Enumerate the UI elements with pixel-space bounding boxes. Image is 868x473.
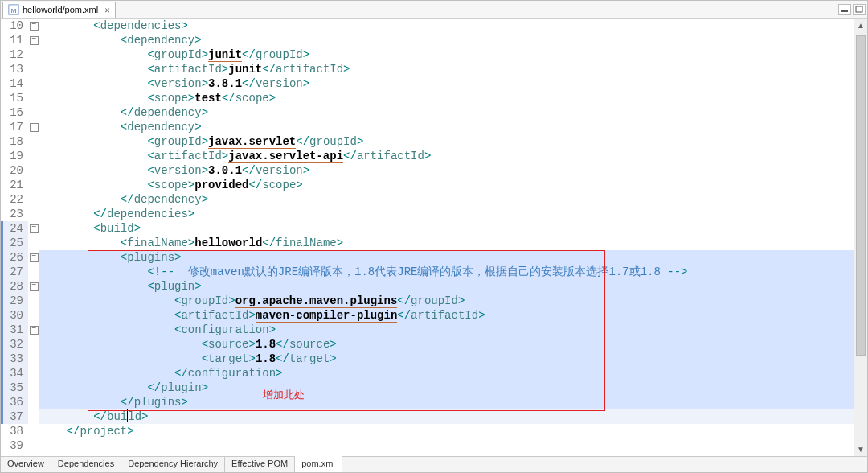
code-line[interactable]: <configuration>: [39, 323, 854, 337]
editor-area: 1011121314151617181920212223242526272829…: [1, 19, 867, 456]
fold-toggle: [28, 149, 39, 163]
svg-rect-3: [856, 6, 862, 12]
code-line[interactable]: <groupId>junit</groupId>: [39, 47, 854, 62]
code-line[interactable]: <scope>provided</scope>: [39, 178, 854, 192]
bottom-tab-effective-pom[interactable]: Effective POM: [225, 457, 295, 472]
fold-toggle[interactable]: [28, 221, 39, 236]
fold-toggle[interactable]: [28, 279, 39, 294]
line-number: 23: [1, 207, 28, 221]
line-number: 29: [1, 294, 28, 308]
fold-toggle: [28, 265, 39, 279]
code-line[interactable]: <scope>test</scope>: [39, 91, 854, 105]
code-line[interactable]: <source>1.8</source>: [39, 337, 854, 352]
fold-toggle: [28, 192, 39, 207]
fold-toggle[interactable]: [28, 323, 39, 337]
line-number: 18: [1, 134, 28, 149]
code-line[interactable]: <finalName>helloworld</finalName>: [39, 236, 854, 250]
code-line[interactable]: <artifactId>maven-compiler-plugin</artif…: [39, 308, 854, 323]
code-line[interactable]: </configuration>: [39, 366, 854, 380]
code-line[interactable]: <version>3.8.1</version>: [39, 76, 854, 91]
fold-toggle: [28, 294, 39, 308]
line-number: 25: [1, 236, 28, 250]
code-line[interactable]: <!-- 修改maven默认的JRE编译版本，1.8代表JRE编译的版本，根据自…: [39, 265, 854, 279]
line-number: 38: [1, 424, 28, 438]
line-number: 32: [1, 337, 28, 352]
fold-toggle[interactable]: [28, 120, 39, 134]
code-line[interactable]: </dependency>: [39, 105, 854, 120]
code-line[interactable]: </plugins>: [39, 395, 854, 409]
bottom-tab-bar: OverviewDependenciesDependency Hierarchy…: [1, 456, 867, 472]
fold-toggle: [28, 105, 39, 120]
bottom-tab-overview[interactable]: Overview: [1, 457, 51, 472]
code-line[interactable]: <dependencies>: [39, 19, 854, 33]
fold-toggle: [28, 62, 39, 76]
line-number: 36: [1, 395, 28, 409]
scroll-up-arrow[interactable]: ▲: [854, 19, 867, 32]
maximize-view-button[interactable]: [853, 4, 866, 15]
code-line[interactable]: <dependency>: [39, 120, 854, 134]
line-number: 12: [1, 47, 28, 62]
line-number: 10: [1, 19, 28, 33]
scroll-track[interactable]: [854, 32, 867, 442]
fold-toggle: [28, 352, 39, 366]
bottom-tab-pom.xml[interactable]: pom.xml: [295, 456, 342, 472]
line-number: 39: [1, 438, 28, 453]
minimize-view-button[interactable]: [838, 4, 851, 15]
close-tab-icon[interactable]: ✕: [104, 5, 110, 15]
line-number: 11: [1, 33, 28, 47]
fold-toggle[interactable]: [28, 19, 39, 33]
scroll-down-arrow[interactable]: ▼: [854, 442, 867, 456]
line-number: 27: [1, 265, 28, 279]
fold-toggle: [28, 236, 39, 250]
bottom-tab-dependency-hierarchy[interactable]: Dependency Hierarchy: [121, 457, 225, 472]
line-number: 37: [1, 409, 28, 424]
code-line[interactable]: <target>1.8</target>: [39, 352, 854, 366]
code-line[interactable]: <version>3.0.1</version>: [39, 163, 854, 178]
fold-toggle: [28, 337, 39, 352]
fold-toggle: [28, 409, 39, 424]
line-number: 19: [1, 149, 28, 163]
gutter-folding[interactable]: [28, 19, 39, 456]
code-line[interactable]: [39, 438, 854, 453]
editor-tab-label: helloworld/pom.xml: [23, 5, 98, 14]
line-number: 14: [1, 76, 28, 91]
fold-toggle[interactable]: [28, 250, 39, 265]
fold-toggle: [28, 366, 39, 380]
gutter-line-numbers[interactable]: 1011121314151617181920212223242526272829…: [1, 19, 28, 456]
code-line[interactable]: </dependency>: [39, 192, 854, 207]
code-line[interactable]: <artifactId>javax.servlet-api</artifactI…: [39, 149, 854, 163]
scroll-thumb[interactable]: [856, 35, 866, 356]
fold-toggle[interactable]: [28, 33, 39, 47]
fold-toggle: [28, 308, 39, 323]
fold-toggle: [28, 207, 39, 221]
fold-toggle: [28, 178, 39, 192]
editor-window: M helloworld/pom.xml ✕ 10111213141516171…: [0, 0, 868, 473]
code-line[interactable]: <groupId>javax.servlet</groupId>: [39, 134, 854, 149]
code-line[interactable]: </dependencies>: [39, 207, 854, 221]
code-line[interactable]: <groupId>org.apache.maven.plugins</group…: [39, 294, 854, 308]
bottom-tab-dependencies[interactable]: Dependencies: [51, 457, 121, 472]
code-line[interactable]: </build>: [39, 409, 854, 424]
code-line[interactable]: </plugin>: [39, 380, 854, 395]
code-line[interactable]: <build>: [39, 221, 854, 236]
code-line[interactable]: </project>: [39, 424, 854, 438]
line-number: 16: [1, 105, 28, 120]
line-number: 20: [1, 163, 28, 178]
fold-toggle: [28, 438, 39, 453]
line-number: 31: [1, 323, 28, 337]
fold-toggle: [28, 424, 39, 438]
line-number: 33: [1, 352, 28, 366]
svg-rect-2: [841, 10, 848, 12]
code-viewport[interactable]: 1011121314151617181920212223242526272829…: [1, 19, 854, 456]
code-line[interactable]: <plugins>: [39, 250, 854, 265]
line-number: 34: [1, 366, 28, 380]
code-line[interactable]: <dependency>: [39, 33, 854, 47]
line-number: 13: [1, 62, 28, 76]
code-line[interactable]: <plugin>: [39, 279, 854, 294]
line-number: 22: [1, 192, 28, 207]
vertical-scrollbar[interactable]: ▲ ▼: [854, 19, 867, 456]
code-line[interactable]: <artifactId>junit</artifactId>: [39, 62, 854, 76]
fold-toggle: [28, 134, 39, 149]
line-number: 21: [1, 178, 28, 192]
editor-tab-pom[interactable]: M helloworld/pom.xml ✕: [2, 2, 116, 18]
